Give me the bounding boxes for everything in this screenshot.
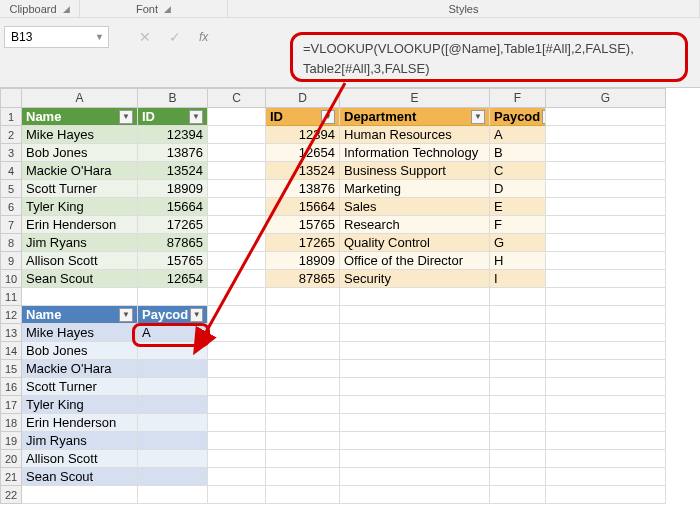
table2-header-paycode[interactable]: Paycod▼ [490, 108, 546, 126]
table2-paycode[interactable]: E [490, 198, 546, 216]
cell[interactable] [546, 126, 666, 144]
table3-name[interactable]: Scott Turner [22, 378, 138, 396]
cell[interactable] [546, 198, 666, 216]
row-header[interactable]: 3 [0, 144, 22, 162]
cancel-icon[interactable]: ✕ [139, 29, 151, 45]
cell[interactable] [490, 324, 546, 342]
row-header[interactable]: 13 [0, 324, 22, 342]
table2-paycode[interactable]: I [490, 270, 546, 288]
table2-dept[interactable]: Research [340, 216, 490, 234]
cell[interactable] [208, 360, 266, 378]
cell[interactable] [546, 162, 666, 180]
row-header[interactable]: 19 [0, 432, 22, 450]
table3-name[interactable]: Allison Scott [22, 450, 138, 468]
cell[interactable] [490, 378, 546, 396]
cell[interactable] [208, 180, 266, 198]
row-header[interactable]: 22 [0, 486, 22, 504]
table3-name[interactable]: Erin Henderson [22, 414, 138, 432]
table1-name[interactable]: Bob Jones [22, 144, 138, 162]
cell[interactable] [266, 432, 340, 450]
table1-name[interactable]: Allison Scott [22, 252, 138, 270]
cell[interactable] [266, 360, 340, 378]
cell[interactable] [208, 144, 266, 162]
cell[interactable] [208, 252, 266, 270]
table1-name[interactable]: Mike Hayes [22, 126, 138, 144]
cell[interactable] [340, 324, 490, 342]
cell[interactable] [546, 288, 666, 306]
cell[interactable] [490, 432, 546, 450]
cell[interactable] [266, 396, 340, 414]
filter-dropdown-icon[interactable]: ▼ [190, 308, 203, 322]
table3-paycode[interactable] [138, 360, 208, 378]
cell[interactable] [546, 486, 666, 504]
table2-paycode[interactable]: F [490, 216, 546, 234]
row-header[interactable]: 14 [0, 342, 22, 360]
col-header[interactable]: F [490, 88, 546, 108]
table3-paycode[interactable] [138, 396, 208, 414]
table3-paycode[interactable] [138, 414, 208, 432]
cell[interactable] [208, 468, 266, 486]
table3-name[interactable]: Tyler King [22, 396, 138, 414]
cell[interactable] [546, 468, 666, 486]
table1-name[interactable]: Jim Ryans [22, 234, 138, 252]
cell[interactable] [208, 234, 266, 252]
table2-id[interactable]: 15765 [266, 216, 340, 234]
table1-name[interactable]: Sean Scout [22, 270, 138, 288]
table1-id[interactable]: 12654 [138, 270, 208, 288]
table2-dept[interactable]: Security [340, 270, 490, 288]
cell[interactable] [490, 288, 546, 306]
cell[interactable] [22, 486, 138, 504]
row-header[interactable]: 10 [0, 270, 22, 288]
col-header[interactable]: C [208, 88, 266, 108]
table2-id[interactable]: 87865 [266, 270, 340, 288]
cell[interactable] [208, 306, 266, 324]
row-header[interactable]: 2 [0, 126, 22, 144]
cell[interactable] [208, 324, 266, 342]
row-header[interactable]: 6 [0, 198, 22, 216]
cell[interactable] [490, 468, 546, 486]
cell[interactable] [546, 360, 666, 378]
spreadsheet-grid[interactable]: A B C D E F G 1Name▼ID▼ID▼Department▼Pay… [0, 88, 700, 504]
table2-id[interactable]: 12394 [266, 126, 340, 144]
cell[interactable] [340, 468, 490, 486]
row-header[interactable]: 16 [0, 378, 22, 396]
row-header[interactable]: 12 [0, 306, 22, 324]
table1-name[interactable]: Scott Turner [22, 180, 138, 198]
row-header[interactable]: 20 [0, 450, 22, 468]
filter-dropdown-icon[interactable]: ▼ [119, 110, 133, 124]
col-header[interactable]: A [22, 88, 138, 108]
table2-paycode[interactable]: D [490, 180, 546, 198]
cell[interactable] [208, 270, 266, 288]
cell[interactable] [208, 450, 266, 468]
table3-paycode[interactable] [138, 342, 208, 360]
cell[interactable] [266, 468, 340, 486]
cell[interactable] [208, 396, 266, 414]
cell[interactable] [208, 486, 266, 504]
table3-name[interactable]: Sean Scout [22, 468, 138, 486]
cell[interactable] [546, 396, 666, 414]
cell[interactable] [546, 234, 666, 252]
table2-header-id[interactable]: ID▼ [266, 108, 340, 126]
cell[interactable] [546, 180, 666, 198]
filter-dropdown-icon[interactable]: ▼ [189, 110, 203, 124]
table2-header-dept[interactable]: Department▼ [340, 108, 490, 126]
cell[interactable] [138, 288, 208, 306]
table3-paycode[interactable]: A [138, 324, 208, 342]
table3-paycode[interactable] [138, 450, 208, 468]
row-header[interactable]: 9 [0, 252, 22, 270]
table2-paycode[interactable]: B [490, 144, 546, 162]
table2-id[interactable]: 13876 [266, 180, 340, 198]
cell[interactable] [138, 486, 208, 504]
cell[interactable] [546, 144, 666, 162]
select-all-corner[interactable] [0, 88, 22, 108]
table1-id[interactable]: 17265 [138, 216, 208, 234]
fx-icon[interactable]: fx [199, 30, 208, 44]
row-header[interactable]: 11 [0, 288, 22, 306]
cell[interactable] [490, 360, 546, 378]
cell[interactable] [340, 378, 490, 396]
cell[interactable] [546, 252, 666, 270]
table1-name[interactable]: Erin Henderson [22, 216, 138, 234]
table2-id[interactable]: 12654 [266, 144, 340, 162]
cell[interactable] [208, 162, 266, 180]
col-header[interactable]: E [340, 88, 490, 108]
